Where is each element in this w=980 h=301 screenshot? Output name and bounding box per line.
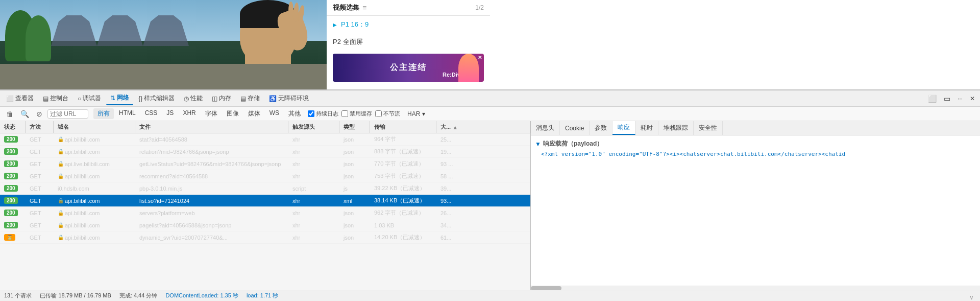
- col-header-size: 大... ▲: [436, 121, 530, 133]
- filter-tab-ws[interactable]: WS: [265, 108, 283, 119]
- col-transfer: 38.14 KB（已减速）: [370, 195, 436, 206]
- col-size: 34...: [436, 219, 530, 231]
- video-list-header: 视频选集 ≡ 1/2: [327, 0, 490, 16]
- table-row[interactable]: ⏳ GET 🔒api.bilibili.com dynamic_svr?uid=…: [0, 231, 530, 244]
- filter-tab-font[interactable]: 字体: [201, 108, 222, 119]
- har-button[interactable]: HAR ▾: [403, 109, 429, 119]
- col-trigger: xhr: [288, 146, 339, 157]
- tab-inspector[interactable]: ⬜ 查看器: [2, 92, 38, 105]
- persist-log-checkbox[interactable]: 持续日志: [308, 110, 338, 118]
- col-domain: 🔒api.bilibili.com: [54, 207, 135, 219]
- inspector-icon: ⬜: [6, 95, 14, 102]
- more-options-button[interactable]: ···: [954, 93, 966, 104]
- filter-tab-media[interactable]: 媒体: [244, 108, 264, 119]
- table-row[interactable]: 200 GET 🔒api.bilibili.com stat?aid=40564…: [0, 133, 530, 146]
- debugger-label: 调试器: [83, 94, 101, 103]
- tab-security[interactable]: 安全性: [694, 121, 723, 135]
- filter-tab-js[interactable]: JS: [162, 108, 178, 119]
- col-method: GET: [26, 195, 54, 206]
- table-row[interactable]: 200 GET 🔒api.bilibili.com relation?mid=9…: [0, 146, 530, 158]
- lock-icon: 🔒: [58, 210, 64, 216]
- dock-bottom-button[interactable]: ⬜: [925, 92, 940, 105]
- close-devtools-button[interactable]: ✕: [967, 93, 978, 104]
- tab-style-editor[interactable]: {} 样式编辑器: [134, 92, 179, 105]
- payload-value: <?xml version="1.0" encoding="UTF-8"?><i…: [535, 150, 976, 159]
- persist-log-input[interactable]: [308, 110, 314, 117]
- load-label: load: 1.71 秒: [247, 292, 278, 298]
- table-row[interactable]: 200 GET 🔒api.live.bilibili.com getLiveSt…: [0, 158, 530, 170]
- tab-stack-trace[interactable]: 堆栈跟踪: [658, 121, 694, 135]
- col-size: 93...: [436, 195, 530, 206]
- details-content: ▼ 响应载荷（payload） <?xml version="1.0" enco…: [531, 135, 980, 286]
- filter-tabs: 所有 HTML CSS JS XHR 字体 图像 媒体 WS 其他: [93, 108, 305, 119]
- col-type: json: [339, 207, 370, 219]
- disable-cache-label: 禁用缓存: [350, 110, 372, 118]
- col-file: recommend?aid=40564588: [135, 170, 288, 182]
- disable-cache-input[interactable]: [341, 110, 348, 117]
- request-details-panel: 消息头 Cookie 参数 响应 耗时 堆栈跟踪 安全性 ▼ 响应载荷（payl…: [531, 121, 980, 290]
- table-row[interactable]: 200 GET 🔒api.bilibili.com pagelist?aid=4…: [0, 219, 530, 231]
- payload-arrow-icon: ▼: [535, 141, 541, 148]
- col-domain: 🔒api.bilibili.com: [54, 231, 135, 243]
- table-row[interactable]: 200 GET 🔒api.bilibili.com list.so?id=712…: [0, 195, 530, 207]
- col-header-method: 方法: [26, 121, 54, 133]
- tab-network[interactable]: ⇅ 网络: [106, 91, 133, 105]
- tab-debugger[interactable]: ○ 调试器: [74, 92, 105, 105]
- disable-cache-checkbox[interactable]: 禁用缓存: [341, 110, 372, 118]
- filter-tab-all[interactable]: 所有: [93, 108, 114, 119]
- url-filter-input[interactable]: [50, 110, 86, 118]
- table-row[interactable]: 200 GET i0.hdslb.com pbp-3.0.10.min.js s…: [0, 182, 530, 195]
- scrollbar-thumb[interactable]: [531, 286, 561, 290]
- tab-a11y[interactable]: ♿ 无障碍环境: [265, 92, 313, 105]
- col-header-trigger: 触发源头: [288, 121, 339, 133]
- tab-params[interactable]: 参数: [590, 121, 612, 135]
- dom-content-loaded: DOMContentLoaded: 1.35 秒: [165, 292, 238, 299]
- col-size: 26...: [436, 207, 530, 219]
- dock-side-button[interactable]: ▭: [941, 92, 953, 105]
- network-table-header: 状态 方法 域名 文件 触发源头 类型 传输: [0, 121, 530, 133]
- video-player[interactable]: [0, 0, 327, 89]
- tab-cookies[interactable]: Cookie: [560, 121, 590, 135]
- col-header-status: 状态: [0, 121, 26, 133]
- filter-tab-image[interactable]: 图像: [223, 108, 243, 119]
- throttle-input[interactable]: [375, 110, 382, 117]
- tab-performance[interactable]: ◷ 性能: [180, 92, 207, 105]
- network-label: 网络: [117, 94, 129, 102]
- col-method: GET: [26, 182, 54, 194]
- filter-tab-css[interactable]: CSS: [141, 108, 162, 119]
- throttle-checkbox[interactable]: 不节流: [375, 110, 400, 118]
- performance-icon: ◷: [184, 95, 189, 102]
- more-options-icon: ···: [958, 95, 963, 102]
- tab-headers[interactable]: 消息头: [531, 121, 560, 135]
- status-badge: 200: [4, 173, 18, 179]
- clear-network-button[interactable]: 🗑: [4, 109, 15, 119]
- filter-tab-other[interactable]: 其他: [284, 108, 305, 119]
- tab-console[interactable]: ▤ 控制台: [39, 92, 72, 105]
- table-row[interactable]: 200 GET 🔒api.bilibili.com servers?platfo…: [0, 207, 530, 219]
- table-row[interactable]: 200 GET 🔒api.bilibili.com recommend?aid=…: [0, 170, 530, 182]
- filter-tab-html[interactable]: HTML: [115, 108, 140, 119]
- video-item-p1[interactable]: ▶ P1 16：9: [327, 16, 490, 33]
- request-count: 131 个请求: [4, 292, 32, 299]
- video-item-p2[interactable]: P2 全面屏: [327, 33, 490, 51]
- tab-memory[interactable]: ◫ 内存: [208, 92, 235, 105]
- persist-log-label: 持续日志: [316, 110, 338, 118]
- col-type: js: [339, 182, 370, 194]
- tab-response[interactable]: 响应: [612, 121, 635, 135]
- close-devtools-icon: ✕: [970, 95, 975, 102]
- col-domain: 🔒api.bilibili.com: [54, 170, 135, 182]
- tab-storage[interactable]: ▤ 存储: [236, 92, 264, 105]
- search-network-button[interactable]: 🔍: [18, 109, 31, 119]
- col-header-file: 文件: [135, 121, 288, 133]
- filter-options-button[interactable]: ⊘: [34, 109, 44, 119]
- video-item-label-p1: P1 16：9: [341, 20, 369, 29]
- tab-timing[interactable]: 耗时: [635, 121, 658, 135]
- a11y-label: 无障碍环境: [278, 94, 309, 103]
- network-table-body: 200 GET 🔒api.bilibili.com stat?aid=40564…: [0, 133, 530, 290]
- network-icon: ⇅: [110, 95, 115, 102]
- col-transfer: 753 字节（已减速）: [370, 170, 436, 182]
- col-size: 39...: [436, 182, 530, 194]
- video-list-title: 视频选集: [333, 3, 359, 12]
- horizontal-scrollbar[interactable]: [531, 286, 980, 290]
- filter-tab-xhr[interactable]: XHR: [179, 108, 200, 119]
